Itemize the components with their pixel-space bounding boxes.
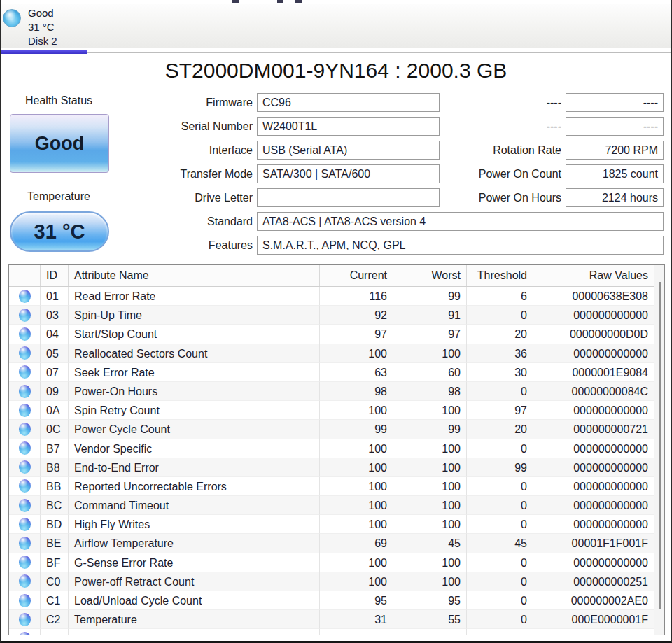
field-value-box[interactable]: CC96	[257, 93, 440, 112]
attribute-status-orb-icon	[19, 613, 31, 626]
table-row[interactable]: C2Temperature31550000E0000001F	[9, 610, 654, 629]
cell-current: 92	[320, 306, 393, 325]
cell-id	[41, 629, 69, 635]
stat-value-box[interactable]: ----	[566, 117, 664, 136]
cell-raw: 000000000000	[533, 344, 654, 363]
cell-raw: 000000000000	[533, 458, 654, 477]
cell-raw: 0000001E9084	[533, 363, 654, 382]
cell-worst: 97	[393, 325, 467, 344]
stat-label: ----	[547, 117, 566, 136]
header-worst[interactable]: Worst	[393, 265, 467, 286]
status-cell	[9, 401, 41, 420]
attribute-status-orb-icon	[19, 327, 31, 341]
header-current[interactable]: Current	[320, 265, 393, 286]
temperature-button[interactable]: 31 °C	[10, 211, 109, 252]
field-value-box[interactable]: SATA/300 | SATA/600	[257, 164, 440, 183]
stat-value-box[interactable]: 7200 RPM	[566, 141, 664, 160]
attribute-status-orb-icon	[19, 441, 31, 455]
smart-attributes-table: IDAttribute NameCurrentWorstThresholdRaw…	[8, 264, 665, 635]
cell-current: 100	[320, 496, 393, 515]
status-cell	[9, 458, 41, 477]
field-value-box[interactable]	[257, 188, 440, 207]
cell-threshold: 30	[467, 363, 533, 382]
attribute-status-orb-icon	[19, 460, 31, 474]
cell-current: 95	[320, 591, 393, 610]
cell-id: BF	[41, 553, 69, 572]
table-row[interactable]: 09Power-On Hours9898000000000084C	[9, 382, 654, 401]
health-status-button[interactable]: Good	[10, 114, 109, 173]
field-label: Standard	[207, 212, 257, 231]
cropped-menu-text	[277, 0, 284, 3]
table-vertical-scrollbar[interactable]	[654, 265, 664, 635]
field-value-box[interactable]: USB (Serial ATA)	[257, 141, 440, 160]
cell-worst: 45	[393, 534, 467, 553]
table-row[interactable]: BFG-Sense Error Rate1001000000000000000	[9, 553, 654, 572]
attribute-status-orb-icon	[19, 518, 31, 531]
cell-current: 100	[320, 515, 393, 534]
disk-status-orb-icon	[3, 9, 21, 27]
cell-raw: 00000000084C	[533, 382, 654, 401]
header-attribute-name[interactable]: Attribute Name	[69, 265, 320, 286]
attribute-status-orb-icon	[19, 309, 31, 322]
table-row[interactable]: B8End-to-End Error10010099000000000000	[9, 458, 654, 477]
scrollbar-thumb[interactable]	[659, 282, 661, 609]
cell-name: Power Cycle Count	[69, 420, 320, 439]
temperature-label: Temperature	[10, 190, 108, 203]
health-status-label: Health Status	[10, 94, 108, 107]
cell-id: 04	[41, 325, 69, 344]
cell-worst: 99	[393, 287, 467, 306]
stat-label: ----	[547, 93, 566, 112]
table-row[interactable]: BDHigh Fly Writes1001000000000000000	[9, 515, 654, 534]
disk-tab-bar: Good 31 °C Disk 2	[1, 4, 671, 48]
header-id[interactable]: ID	[41, 265, 69, 286]
table-row[interactable]: 0ASpin Retry Count10010097000000000000	[9, 401, 654, 420]
table-row[interactable]: C0Power-off Retract Count100100000000000…	[9, 572, 654, 591]
cell-threshold: 0	[467, 515, 533, 534]
cell-worst: 95	[393, 591, 467, 610]
field-row-interface: InterfaceUSB (Serial ATA)	[257, 141, 440, 160]
table-row-partial[interactable]	[9, 629, 654, 635]
status-cell	[9, 515, 41, 534]
table-row[interactable]: BCCommand Timeout1001000000000000000	[9, 496, 654, 515]
stat-label: Rotation Rate	[493, 141, 566, 160]
header-raw-values[interactable]: Raw Values	[533, 265, 654, 286]
cell-id: BE	[41, 534, 69, 553]
table-row[interactable]: 01Read Error Rate11699600000638E308	[9, 287, 654, 306]
cell-name: Load/Unload Cycle Count	[69, 591, 320, 610]
stat-value-box[interactable]: ----	[566, 93, 664, 112]
cell-current: 63	[320, 363, 393, 382]
table-row[interactable]: B7Vendor Specific1001000000000000000	[9, 439, 654, 458]
cell-worst: 100	[393, 439, 467, 458]
cell-threshold	[467, 629, 533, 635]
cell-current: 31	[320, 610, 393, 629]
table-row[interactable]: 05Reallocated Sectors Count1001003600000…	[9, 344, 654, 363]
cell-id: BD	[41, 515, 69, 534]
cell-worst: 100	[393, 401, 467, 420]
cell-threshold: 0	[467, 496, 533, 515]
table-row[interactable]: BBReported Uncorrectable Errors100100000…	[9, 477, 654, 496]
disk-tab-disk2[interactable]: Good 31 °C Disk 2	[1, 4, 87, 48]
table-row[interactable]: 03Spin-Up Time92910000000000000	[9, 306, 654, 325]
cell-name: Airflow Temperature	[69, 534, 320, 553]
table-row[interactable]: 0CPower Cycle Count999920000000000721	[9, 420, 654, 439]
header-threshold[interactable]: Threshold	[467, 265, 533, 286]
field-value-box[interactable]: S.M.A.R.T., APM, NCQ, GPL	[257, 236, 664, 255]
field-label: Serial Number	[181, 117, 257, 136]
status-cell	[9, 325, 41, 344]
stat-value-box[interactable]: 2124 hours	[566, 188, 664, 207]
cell-raw: 000000000000	[533, 439, 654, 458]
table-row[interactable]: 07Seek Error Rate6360300000001E9084	[9, 363, 654, 382]
table-row[interactable]: 04Start/Stop Count979720000000000D0D	[9, 325, 654, 344]
table-row[interactable]: C1Load/Unload Cycle Count95950000000002A…	[9, 591, 654, 610]
status-cell	[9, 420, 41, 439]
cell-threshold: 0	[467, 382, 533, 401]
field-value-box[interactable]: ATA8-ACS | ATA8-ACS version 4	[257, 212, 664, 231]
stat-label: Power On Count	[479, 164, 566, 183]
header-status-column[interactable]	[9, 265, 41, 286]
cell-threshold: 20	[467, 420, 533, 439]
cell-name: G-Sense Error Rate	[69, 553, 320, 572]
field-value-box[interactable]: W2400T1L	[257, 117, 440, 136]
table-row[interactable]: BEAirflow Temperature69454500001F1F001F	[9, 534, 654, 553]
cell-name: Vendor Specific	[69, 439, 320, 458]
stat-value-box[interactable]: 1825 count	[566, 164, 664, 183]
